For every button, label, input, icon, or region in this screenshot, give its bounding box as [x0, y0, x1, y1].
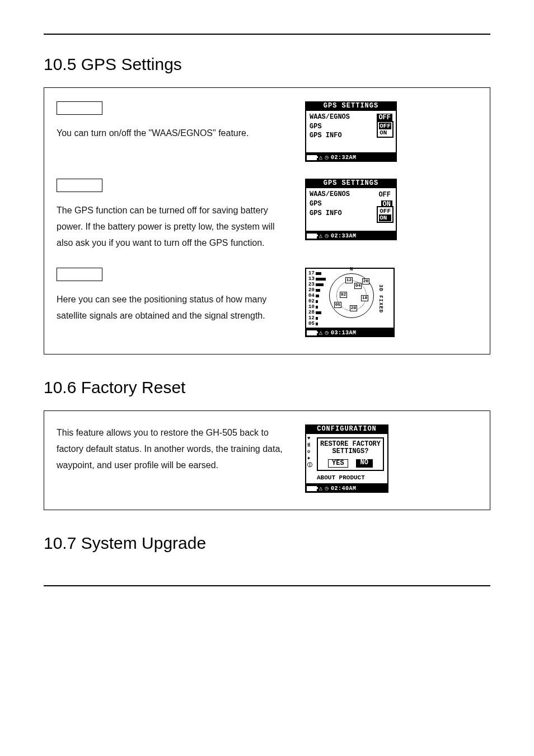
heading-system-upgrade: 10.7 System Upgrade: [44, 534, 490, 553]
lcd-screen-gps-info: 17132320040210281205 N 12 04 02 05 28 20…: [305, 268, 395, 337]
battery-icon: [307, 234, 317, 239]
config-sidebar-icons: ♥ ≣ ⚙ ⌖ ⓘ: [306, 434, 313, 483]
lcd-title: GPS SETTINGS: [305, 179, 397, 188]
gps-setting-row: Here you can see the positioning status …: [57, 268, 477, 337]
battery-icon: [307, 486, 317, 491]
status-bar: △ ◷ 02:33AM: [305, 232, 397, 240]
sat-bar: 28: [308, 310, 326, 315]
yes-button[interactable]: YES: [328, 459, 348, 468]
sat-bar: 13: [308, 277, 326, 282]
compass-north-label: N: [350, 267, 353, 273]
dropdown-option[interactable]: OFF: [379, 123, 391, 129]
satellite-bars: 17132320040210281205: [308, 271, 326, 326]
bell-icon: △: [319, 155, 323, 161]
status-time: 02:33AM: [331, 233, 357, 239]
sat-bar: 04: [308, 293, 326, 298]
list-icon: ≣: [307, 443, 312, 449]
clock-icon: ◷: [325, 330, 329, 336]
clock-icon: ◷: [325, 486, 329, 492]
sat-bar: 10: [308, 305, 326, 310]
bell-icon: △: [319, 330, 323, 336]
desc-text: Here you can see the positioning status …: [57, 291, 292, 324]
lcd-screen: GPS SETTINGS WAAS/EGNOSOFF GPS GPS INFO …: [305, 101, 397, 162]
heading-factory-reset: 10.6 Factory Reset: [44, 378, 490, 397]
heading-gps-settings: 10.5 GPS Settings: [44, 55, 490, 74]
desc-text: The GPS function can be turned off for s…: [57, 202, 292, 251]
lcd-screen-config: CONFIGURATION ♥ ≣ ⚙ ⌖ ⓘ RESTORE FACTORY …: [305, 424, 388, 493]
status-time: 03:13AM: [331, 330, 357, 336]
dropdown-option[interactable]: OFF: [379, 208, 391, 214]
menu-label: GPS INFO: [310, 132, 342, 139]
sat-marker: 04: [354, 283, 362, 289]
fix-status-label: 3D FIXED: [377, 284, 383, 313]
sat-marker: 18: [361, 295, 369, 301]
sat-marker: 05: [334, 302, 342, 308]
bottom-rule: [44, 585, 490, 586]
bell-icon: △: [319, 233, 323, 239]
clock-icon: ◷: [325, 233, 329, 239]
desc-text: This feature allows you to restore the G…: [57, 424, 292, 473]
sat-bar: 17: [308, 271, 326, 276]
gps-setting-row: You can turn on/off the "WAAS/EGNOS" fea…: [57, 101, 477, 162]
dropdown-option[interactable]: ON: [379, 129, 391, 136]
status-time: 02:32AM: [331, 155, 357, 161]
battery-icon: [307, 155, 317, 160]
globe-icon: ⌖: [307, 456, 312, 462]
sat-bar: 23: [308, 282, 326, 287]
dropdown[interactable]: OFF ON: [377, 206, 394, 223]
status-bar: △ ◷ 02:40AM: [305, 484, 388, 493]
desc-text: You can turn on/off the "WAAS/EGNOS" fea…: [57, 125, 292, 141]
config-footer-item[interactable]: ABOUT PRODUCT: [313, 474, 387, 483]
lcd-screen: GPS SETTINGS WAAS/EGNOSOFF GPSON GPS INF…: [305, 179, 397, 240]
dropdown[interactable]: OFF ON: [377, 121, 394, 138]
menu-label: GPS: [310, 200, 322, 209]
compass: N 12 04 02 05 28 20 18: [329, 273, 374, 318]
factory-reset-card: This feature allows you to restore the G…: [44, 410, 490, 510]
sat-marker: 28: [350, 305, 358, 311]
clock-icon: ◷: [325, 155, 329, 161]
status-time: 02:40AM: [331, 486, 357, 492]
menu-label: GPS INFO: [310, 210, 342, 217]
placeholder-box: [57, 179, 102, 192]
lcd-title: GPS SETTINGS: [305, 101, 397, 111]
confirm-dialog: RESTORE FACTORY SETTINGS? YES NO: [317, 437, 384, 471]
placeholder-box: [57, 268, 102, 281]
placeholder-box: [57, 101, 102, 115]
sat-marker: 02: [340, 292, 348, 298]
menu-value: OFF: [377, 191, 392, 199]
sat-bar: 20: [308, 288, 326, 293]
top-rule: [44, 34, 490, 35]
menu-label: WAAS/EGNOS: [310, 114, 350, 122]
sat-bar: 12: [308, 316, 326, 321]
sat-bar: 05: [308, 321, 326, 326]
dropdown-option[interactable]: ON: [379, 214, 391, 221]
sat-marker: 20: [362, 278, 370, 284]
bell-icon: △: [319, 486, 323, 492]
info-icon: ⓘ: [307, 463, 312, 469]
gps-setting-row: The GPS function can be turned off for s…: [57, 179, 477, 251]
menu-label: WAAS/EGNOS: [310, 191, 350, 199]
lcd-title: CONFIGURATION: [305, 424, 388, 434]
no-button[interactable]: NO: [356, 459, 373, 468]
heart-icon: ♥: [307, 436, 312, 442]
menu-label: GPS: [310, 123, 322, 130]
dialog-line2: SETTINGS?: [320, 448, 381, 455]
sat-marker: 12: [345, 277, 353, 283]
battery-icon: [307, 330, 317, 335]
gps-settings-card: You can turn on/off the "WAAS/EGNOS" fea…: [44, 87, 490, 354]
gear-icon: ⚙: [307, 450, 312, 455]
sat-bar: 02: [308, 299, 326, 304]
status-bar: △ ◷ 02:32AM: [305, 153, 397, 162]
status-bar: △ ◷ 03:13AM: [305, 329, 395, 337]
